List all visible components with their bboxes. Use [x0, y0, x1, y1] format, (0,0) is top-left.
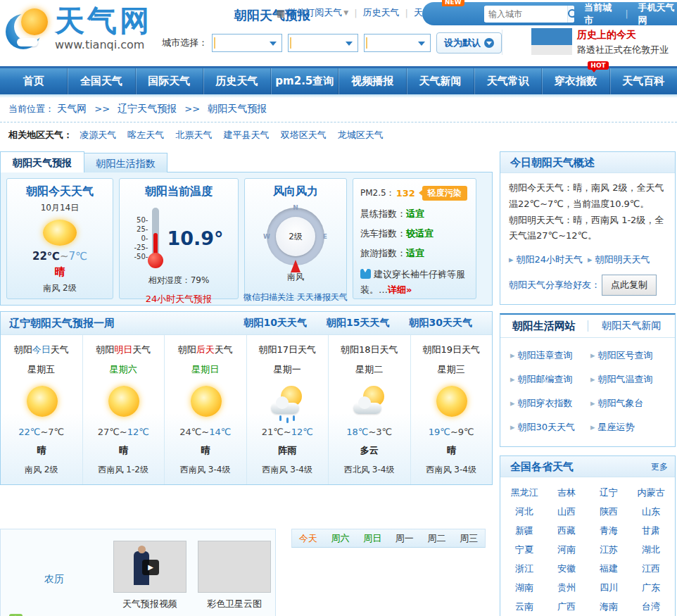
breadcrumb-home[interactable]: 天气网: [57, 103, 87, 114]
forecast-day-today[interactable]: 朝阳今日天气 星期五 22℃~7℃ 晴 南风 2级: [1, 335, 82, 484]
forecast-day-19[interactable]: 朝阳19日天气 星期三 19℃~9℃ 晴 西南风 3-4级: [410, 335, 493, 484]
province-link[interactable]: 海南: [588, 597, 630, 616]
nav-china-weather[interactable]: 全国天气: [67, 68, 134, 94]
nav-history-weather[interactable]: 历史天气: [203, 68, 270, 94]
copy-button[interactable]: 点此复制: [602, 275, 657, 296]
province-link[interactable]: 吉林: [545, 483, 588, 502]
history-today-text[interactable]: 路透社正式在伦敦开业: [577, 44, 677, 56]
day-tab-tue[interactable]: 周二: [421, 532, 453, 545]
related-link[interactable]: 北票天气: [175, 130, 212, 140]
related-link[interactable]: 双塔区天气: [281, 130, 327, 140]
video-thumbnail-image[interactable]: ▶: [113, 541, 186, 593]
nav-knowledge[interactable]: 天气常识: [474, 68, 541, 94]
district-select[interactable]: [364, 34, 431, 52]
nav-news[interactable]: 天气新闻: [406, 68, 474, 94]
province-link[interactable]: 西藏: [545, 521, 588, 540]
car-wash-index[interactable]: 较适宜: [406, 228, 434, 239]
province-link[interactable]: 江西: [630, 559, 672, 578]
dress-detail-link[interactable]: 详细»: [388, 284, 412, 295]
province-link[interactable]: 江苏: [588, 540, 630, 559]
forecast-day-aftertomorrow[interactable]: 朝阳后天天气 星期日 24℃~14℃ 晴 西南风 3-4级: [164, 335, 246, 484]
morning-exercise-index[interactable]: 适宜: [406, 208, 424, 219]
day-tab-sat[interactable]: 周六: [324, 532, 357, 545]
province-link[interactable]: 宁夏: [503, 540, 545, 559]
province-link[interactable]: 湖南: [503, 578, 545, 597]
day-tab-wed[interactable]: 周三: [453, 532, 485, 545]
life-link[interactable]: 朝阳邮编查询: [510, 367, 590, 391]
tab-life-sites[interactable]: 朝阳生活网站: [500, 320, 588, 333]
nav-home[interactable]: 首页: [0, 68, 67, 94]
province-link[interactable]: 山西: [545, 502, 588, 521]
wechat-subscribe-link[interactable]: 微信订阅天气: [287, 6, 342, 19]
search-button[interactable]: [567, 6, 574, 23]
province-link[interactable]: 福建: [588, 559, 630, 578]
province-link[interactable]: 浙江: [503, 559, 545, 578]
set-default-button[interactable]: 设为默认: [436, 32, 502, 54]
day-tab-today[interactable]: 今天: [292, 532, 324, 545]
province-link[interactable]: 云南: [503, 597, 545, 616]
related-link[interactable]: 凌源天气: [80, 130, 116, 140]
tab-weather-news[interactable]: 朝阳天气新闻: [588, 320, 676, 332]
link-10day[interactable]: 朝阳10天天气: [244, 317, 307, 329]
life-link[interactable]: 朝阳违章查询: [510, 344, 590, 367]
city-select[interactable]: [288, 34, 358, 52]
link-30day[interactable]: 朝阳30天天气: [410, 317, 472, 329]
province-link[interactable]: 甘肃: [630, 521, 672, 540]
province-link[interactable]: 青海: [588, 521, 630, 540]
life-link[interactable]: 朝阳区号查询: [590, 344, 671, 367]
weather-video-thumb[interactable]: ▶ 天气预报视频: [113, 541, 186, 610]
province-link[interactable]: 河南: [545, 540, 588, 559]
day-tab-mon[interactable]: 周一: [388, 532, 421, 545]
link-15day[interactable]: 朝阳15天天气: [327, 317, 389, 329]
tab-weather-forecast[interactable]: 朝阳天气预报: [0, 151, 84, 172]
mobile-site-link[interactable]: 手机天气网: [638, 1, 677, 27]
current-city-link[interactable]: 当前城市: [584, 1, 615, 27]
overview-link-24h[interactable]: 朝阳24小时天气: [509, 253, 588, 266]
life-link[interactable]: 朝阳气温查询: [590, 367, 671, 391]
forecast-day-17[interactable]: 朝阳17日天气 星期一 21℃~12℃ 阵雨 西南风 3-4级: [246, 335, 329, 484]
related-link[interactable]: 喀左天气: [127, 130, 164, 140]
history-today-title[interactable]: 历史上的今天: [577, 29, 636, 42]
province-link[interactable]: 新疆: [503, 521, 545, 540]
lunar-label[interactable]: 农历: [44, 573, 64, 586]
nav-intl-weather[interactable]: 国际天气: [135, 68, 203, 94]
nav-pm25[interactable]: pm2.5查询: [270, 68, 338, 94]
province-link[interactable]: 内蒙古: [630, 483, 672, 502]
satellite-image[interactable]: [198, 541, 271, 593]
forecast-day-tomorrow[interactable]: 朝阳明日天气 星期六 27℃~12℃ 晴 西南风 1-2级: [82, 335, 165, 484]
tab-life-index[interactable]: 朝阳生活指数: [84, 153, 167, 172]
satellite-thumb[interactable]: 彩色卫星云图: [198, 541, 271, 610]
province-link[interactable]: 广西: [545, 597, 588, 616]
province-link[interactable]: 陕西: [588, 502, 630, 521]
nav-video[interactable]: 视频播报: [338, 68, 405, 94]
overview-link-tomorrow[interactable]: 朝阳明天天气: [588, 253, 666, 266]
history-weather-link[interactable]: 历史天气: [363, 6, 400, 19]
history-today-thumbnail[interactable]: [531, 28, 572, 55]
day-tab-sun[interactable]: 周日: [356, 532, 388, 545]
life-link[interactable]: 朝阳30天天气: [510, 415, 590, 439]
province-link[interactable]: 四川: [588, 578, 630, 597]
wechat-broadcast-link[interactable]: 微信扫描关注 天天播报天气: [243, 291, 348, 303]
province-select[interactable]: [212, 34, 282, 52]
life-link[interactable]: 朝阳气象台: [590, 391, 671, 415]
search-input[interactable]: [484, 6, 567, 22]
province-link[interactable]: 河北: [503, 502, 545, 521]
province-link[interactable]: 贵州: [545, 578, 588, 597]
breadcrumb-current[interactable]: 朝阳天气预报: [208, 103, 267, 114]
provinces-more-link[interactable]: 更多: [651, 456, 668, 477]
nav-dress-index[interactable]: 穿衣指数 HOT: [541, 68, 609, 94]
province-link[interactable]: 山东: [630, 502, 672, 521]
related-link[interactable]: 龙城区天气: [338, 130, 384, 140]
province-link[interactable]: 黑龙江: [503, 483, 545, 502]
nav-wiki[interactable]: 天气百科: [609, 68, 677, 94]
province-link[interactable]: 湖北: [630, 540, 672, 559]
life-link[interactable]: 朝阳穿衣指数: [510, 391, 590, 415]
life-link[interactable]: 星座运势: [590, 415, 671, 439]
breadcrumb-province[interactable]: 辽宁天气预报: [118, 103, 177, 114]
province-link[interactable]: 安徽: [545, 559, 588, 578]
site-logo[interactable]: 天气网 www.tianqi.com: [6, 6, 152, 51]
province-link[interactable]: 台湾: [630, 597, 672, 616]
related-link[interactable]: 建平县天气: [224, 130, 270, 140]
province-link[interactable]: 辽宁: [588, 483, 630, 502]
forecast-day-18[interactable]: 朝阳18日天气 星期二 18℃~3℃ 多云 西北风 3-4级: [328, 335, 410, 484]
